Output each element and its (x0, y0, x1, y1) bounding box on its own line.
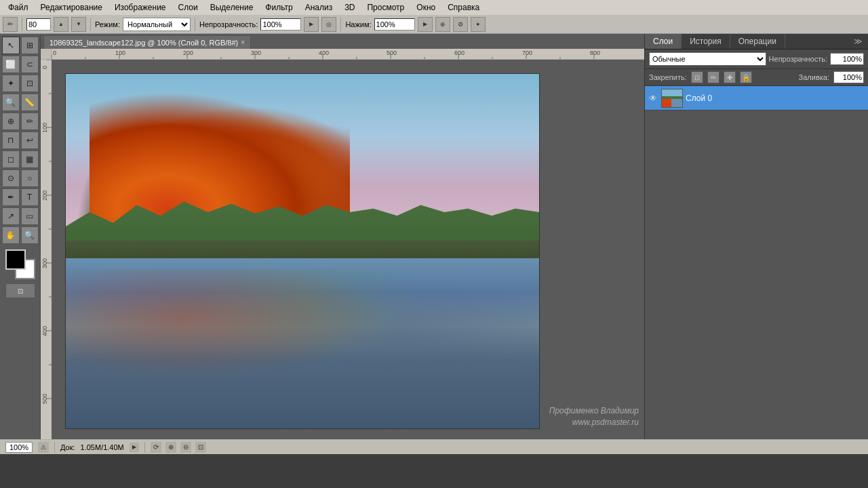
airbrush-icon[interactable]: ◎ (321, 17, 336, 32)
brush-size-up-icon[interactable]: ▲ (54, 17, 68, 32)
rect-select-tool[interactable]: ⬜ (2, 56, 20, 73)
status-icon-4[interactable]: ⊡ (195, 442, 206, 453)
lock-transparent-button[interactable]: ⊡ (691, 71, 703, 83)
vertical-ruler: 0 100 200 300 400 500 (41, 60, 52, 439)
magic-wand-tool[interactable]: ✦ (2, 75, 20, 92)
svg-rect-47 (662, 99, 671, 108)
menu-window[interactable]: Окно (411, 1, 441, 14)
pen-tool[interactable]: ✒ (2, 188, 20, 206)
doc-info-arrow[interactable]: ▶ (130, 443, 139, 452)
svg-text:0: 0 (41, 66, 48, 69)
zoom-tool[interactable]: 🔍 (21, 226, 39, 244)
svg-text:300: 300 (251, 49, 261, 56)
svg-text:500: 500 (387, 49, 397, 56)
status-separator-1 (54, 442, 55, 453)
lock-label: Закрепить: (649, 73, 687, 81)
canvas-wrapper: Профименко Владимир www.psdmaster.ru (52, 60, 644, 439)
crop-tool[interactable]: ⊡ (21, 75, 39, 92)
menu-select[interactable]: Выделение (205, 1, 259, 14)
artboard-tool[interactable]: ⊞ (21, 37, 39, 54)
menu-filter[interactable]: Фильтр (260, 1, 298, 14)
eraser-tool[interactable]: ◻ (2, 150, 20, 168)
opacity-adjust-icon[interactable]: ▶ (304, 17, 319, 32)
water-reflection-layer (66, 269, 539, 428)
menu-view[interactable]: Просмотр (361, 1, 410, 14)
status-icon-2[interactable]: ⊕ (165, 442, 176, 453)
path-select-tool[interactable]: ↗ (2, 207, 20, 225)
tab-history[interactable]: История (682, 34, 730, 49)
layer-item[interactable]: 👁 Слой 0 (645, 86, 868, 110)
hand-tool[interactable]: ✋ (2, 226, 20, 244)
svg-text:100: 100 (41, 123, 48, 133)
extra-icon[interactable]: ✦ (471, 17, 486, 32)
menu-layers[interactable]: Слои (173, 1, 203, 14)
fill-value-input[interactable] (833, 71, 864, 83)
status-icon-3[interactable]: ⊖ (180, 442, 191, 453)
quick-mask-button[interactable]: ⊡ (5, 283, 35, 298)
mode-select[interactable]: Нормальный (123, 18, 191, 31)
watermark-line2: www.psdmaster.ru (549, 417, 639, 428)
settings-icon[interactable]: ⚙ (453, 17, 468, 32)
tab-actions[interactable]: Операции (730, 34, 785, 49)
menu-analysis[interactable]: Анализ (300, 1, 338, 14)
pressure-tablet-icon[interactable]: ⊕ (435, 17, 450, 32)
layer-visibility-toggle[interactable]: 👁 (648, 93, 658, 104)
menu-edit[interactable]: Редактирование (35, 1, 108, 14)
canvas-area: 10869325_landscape122.jpg @ 100% (Слой 0… (41, 34, 644, 439)
status-right-area: ⟳ ⊕ ⊖ ⊡ (151, 442, 206, 453)
svg-rect-27 (41, 60, 52, 439)
panel-collapse-button[interactable]: ≫ (848, 34, 868, 49)
svg-text:200: 200 (183, 49, 193, 56)
eyedropper-tool[interactable]: 🔍 (2, 94, 20, 111)
ruler-v-svg: 0 100 200 300 400 500 (41, 60, 52, 439)
menu-bar: Файл Редактирование Изображение Слои Выд… (0, 0, 868, 15)
svg-text:800: 800 (590, 49, 600, 56)
lock-all-button[interactable]: 🔒 (740, 71, 752, 83)
gradient-tool[interactable]: ▦ (21, 150, 39, 168)
tab-filename: 10869325_landscape122.jpg @ 100% (Слой 0… (50, 39, 238, 47)
brush-tool[interactable]: ✏ (21, 113, 39, 130)
pressure-adjust-icon[interactable]: ▶ (418, 17, 433, 32)
blend-mode-select[interactable]: Обычные (649, 52, 766, 66)
pressure-input[interactable] (374, 18, 415, 30)
opacity-value-input[interactable] (830, 53, 864, 65)
menu-image[interactable]: Изображение (109, 1, 172, 14)
tool-row-11: ✋ 🔍 (2, 226, 39, 244)
heal-tool[interactable]: ⊕ (2, 113, 20, 130)
lock-pixels-button[interactable]: ✏ (707, 71, 719, 83)
opacity-input[interactable] (260, 18, 301, 30)
svg-text:600: 600 (454, 49, 465, 56)
ruler-tool[interactable]: 📏 (21, 94, 39, 111)
tool-row-9: ✒ T (2, 188, 39, 206)
blur-tool[interactable]: ⊙ (2, 169, 20, 187)
tab-layers[interactable]: Слои (645, 34, 682, 49)
zoom-warning-icon[interactable]: ⚠ (38, 442, 49, 453)
zoom-input[interactable] (5, 442, 33, 453)
brush-tool-icon[interactable]: ✏ (3, 17, 18, 32)
layer-thumb-svg (662, 89, 683, 108)
lasso-tool[interactable]: ⊂ (21, 56, 39, 73)
menu-3d[interactable]: 3D (339, 1, 360, 14)
dodge-tool[interactable]: ○ (21, 169, 39, 187)
menu-help[interactable]: Справка (442, 1, 485, 14)
menu-file[interactable]: Файл (3, 1, 34, 14)
separator-1 (22, 18, 22, 31)
move-tool[interactable]: ↖ (2, 37, 20, 54)
tab-close-button[interactable]: × (241, 39, 245, 46)
brush-size-input[interactable] (26, 18, 51, 30)
brush-picker-icon[interactable]: ▼ (71, 17, 86, 32)
lock-position-button[interactable]: ✚ (724, 71, 736, 83)
separator-4 (340, 18, 341, 31)
horizontal-ruler: 0 100 200 300 400 500 600 700 800 (41, 49, 644, 60)
pressure-label: Нажим: (345, 20, 371, 28)
layers-lock-row: Закрепить: ⊡ ✏ ✚ 🔒 Заливка: (645, 69, 868, 86)
shape-tool[interactable]: ▭ (21, 207, 39, 225)
status-icon-1[interactable]: ⟳ (151, 442, 161, 453)
foreground-color-swatch[interactable] (5, 249, 26, 270)
panel-tabs: Слои История Операции ≫ (645, 34, 868, 49)
history-brush-tool[interactable]: ↩ (21, 131, 39, 149)
text-tool[interactable]: T (21, 188, 39, 206)
svg-text:700: 700 (522, 49, 532, 56)
clone-stamp-tool[interactable]: ⊓ (2, 131, 20, 149)
document-tab[interactable]: 10869325_landscape122.jpg @ 100% (Слой 0… (43, 35, 251, 49)
